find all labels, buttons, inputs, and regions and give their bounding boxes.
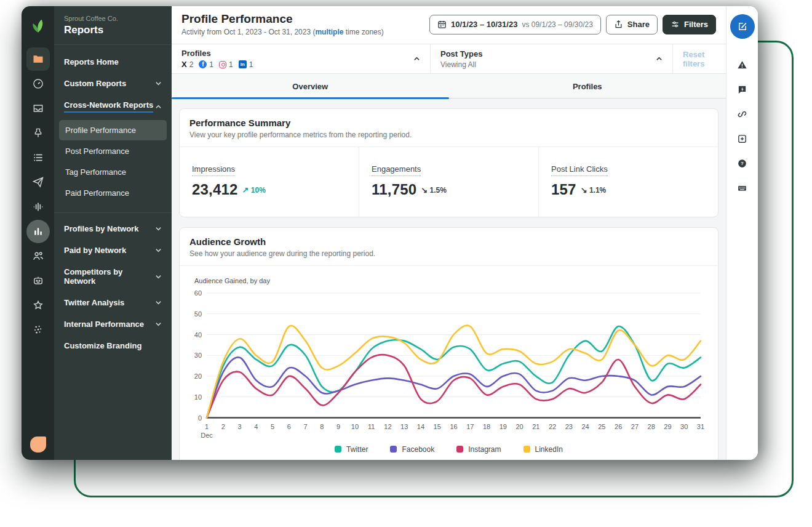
pin-icon[interactable] — [26, 121, 50, 145]
sidebar-item-reports-home[interactable]: Reports Home — [54, 51, 172, 73]
legend-item-linkedin[interactable]: LinkedIn — [523, 445, 563, 454]
multiple-timezones-link[interactable]: multiple — [315, 28, 343, 36]
profiles-filter-label: Profiles — [181, 49, 253, 58]
inbox-icon[interactable] — [26, 97, 50, 120]
bot-icon[interactable] — [26, 269, 50, 292]
date-range-button[interactable]: 10/1/23 – 10/31/23 vs 09/1/23 – 09/30/23 — [429, 15, 601, 34]
svg-text:4: 4 — [254, 423, 258, 430]
audience-growth-chart: Audience Gained, by day 0102030405060123… — [180, 266, 718, 460]
svg-text:3: 3 — [238, 423, 242, 430]
compose-icon — [737, 21, 748, 32]
metric-value: 157 — [551, 181, 576, 198]
date-compare-value: vs 09/1/23 – 09/30/23 — [522, 20, 592, 29]
sidebar-item-custom-reports[interactable]: Custom Reports — [54, 73, 172, 94]
svg-text:17: 17 — [466, 423, 474, 430]
page-subtitle: Activity from Oct 1, 2023 - Oct 31, 2023… — [181, 28, 384, 36]
legend-item-facebook[interactable]: Facebook — [390, 445, 434, 454]
performance-summary-title: Performance Summary — [189, 118, 708, 128]
chevron-down-icon — [155, 299, 162, 306]
compose-button[interactable] — [730, 14, 755, 39]
help-icon[interactable]: ? — [731, 151, 754, 175]
tab-overview[interactable]: Overview — [172, 74, 449, 98]
chevron-up-icon — [155, 103, 162, 110]
legend-swatch-icon — [335, 446, 341, 453]
report-scroll-area[interactable]: Performance Summary View your key profil… — [172, 99, 726, 460]
line-chart[interactable]: 0102030405060123456789101112131415161718… — [189, 286, 708, 441]
svg-text:22: 22 — [549, 423, 556, 430]
performance-summary-card: Performance Summary View your key profil… — [179, 108, 718, 217]
sidebar-item-profiles-by-network[interactable]: Profiles by Network — [54, 218, 172, 239]
audience-growth-subtitle: See how your audience grew during the re… — [189, 249, 708, 258]
chart-axis-title: Audience Gained, by day — [194, 277, 708, 284]
svg-text:8: 8 — [320, 423, 324, 430]
twitter-x-count: X2 — [181, 60, 193, 69]
sidebar-item-tag-performance[interactable]: Tag Performance — [59, 162, 167, 182]
svg-text:?: ? — [741, 161, 744, 166]
svg-text:30: 30 — [680, 423, 688, 430]
chevron-up-icon[interactable] — [413, 55, 420, 62]
svg-text:5: 5 — [271, 423, 274, 430]
sprout-logo-icon[interactable] — [26, 14, 50, 38]
add-icon[interactable] — [731, 126, 754, 151]
svg-text:12: 12 — [384, 423, 391, 430]
tab-profiles[interactable]: Profiles — [449, 74, 726, 98]
svg-text:14: 14 — [417, 423, 424, 430]
svg-text:25: 25 — [598, 423, 605, 430]
metric-label[interactable]: Post Link Clicks — [551, 164, 608, 176]
svg-text:26: 26 — [615, 423, 622, 430]
legend-swatch-icon — [390, 446, 397, 453]
bar-chart-icon[interactable] — [26, 220, 50, 243]
reports-sidebar: Sprout Coffee Co. Reports Reports Home C… — [54, 6, 172, 460]
legend-item-instagram[interactable]: Instagram — [456, 445, 501, 454]
link-icon[interactable] — [731, 102, 754, 126]
folder-icon[interactable] — [26, 47, 50, 71]
page: Sprout Coffee Co. Reports Reports Home C… — [0, 0, 812, 527]
metric-label[interactable]: Impressions — [192, 164, 235, 176]
svg-text:10: 10 — [351, 423, 359, 430]
send-icon[interactable] — [26, 171, 50, 194]
sidebar-divider — [54, 212, 172, 213]
linkedin-count: in1 — [239, 60, 253, 69]
chevron-down-icon — [155, 225, 162, 232]
sidebar-item-customize-branding[interactable]: Customize Branding — [54, 335, 172, 356]
metric-post-link-clicks: Post Link Clicks 157 ↘ 1.1% — [539, 147, 718, 217]
keyboard-icon[interactable] — [731, 175, 754, 200]
performance-summary-subtitle: View your key profile performance metric… — [189, 131, 708, 139]
filters-button[interactable]: Filters — [663, 15, 716, 34]
chevron-down-icon — [155, 80, 162, 87]
sidebar-item-competitors-by-network[interactable]: Competitors by Network — [54, 261, 172, 292]
left-icon-rail — [22, 6, 54, 460]
share-button[interactable]: Share — [606, 15, 658, 34]
list-icon[interactable] — [26, 146, 50, 169]
metric-impressions: Impressions 23,412 ↗ 10% — [180, 147, 359, 217]
profile-network-counts: X2 f1 1 in1 — [181, 60, 253, 69]
svg-text:40: 40 — [194, 331, 202, 339]
users-icon[interactable] — [26, 244, 50, 268]
svg-text:28: 28 — [648, 423, 655, 430]
legend-item-twitter[interactable]: Twitter — [335, 445, 368, 454]
profiles-filter[interactable]: Profiles X2 f1 1 in1 — [172, 44, 431, 73]
facebook-count: f1 — [199, 60, 213, 69]
sidebar-item-twitter-analysis[interactable]: Twitter Analysis — [54, 292, 172, 313]
linkedin-icon: in — [239, 60, 247, 68]
sidebar-item-profile-performance[interactable]: Profile Performance — [59, 120, 167, 140]
star-icon[interactable] — [26, 294, 50, 317]
gauge-icon[interactable] — [26, 72, 50, 95]
sidebar-item-paid-performance[interactable]: Paid Performance — [59, 183, 167, 203]
post-types-filter[interactable]: Post Types Viewing All — [431, 44, 673, 73]
dots-cluster-icon[interactable] — [26, 318, 50, 342]
waveform-icon[interactable] — [26, 195, 50, 219]
sidebar-item-post-performance[interactable]: Post Performance — [59, 141, 167, 161]
metric-delta: ↗ 10% — [242, 185, 266, 195]
facebook-icon: f — [199, 60, 207, 68]
sidebar-item-paid-by-network[interactable]: Paid by Network — [54, 239, 172, 261]
audience-growth-title: Audience Growth — [189, 236, 708, 247]
metric-engagements: Engagements 11,750 ↘ 1.5% — [359, 147, 539, 217]
sidebar-item-cross-network-reports[interactable]: Cross-Network Reports — [54, 94, 172, 119]
reset-filters-button[interactable]: Reset filters — [683, 50, 716, 68]
chevron-up-icon[interactable] — [656, 55, 663, 62]
feedback-icon[interactable] — [731, 77, 754, 102]
metric-label[interactable]: Engagements — [372, 164, 421, 176]
warning-icon[interactable] — [731, 52, 754, 77]
sidebar-item-internal-performance[interactable]: Internal Performance — [54, 313, 172, 335]
